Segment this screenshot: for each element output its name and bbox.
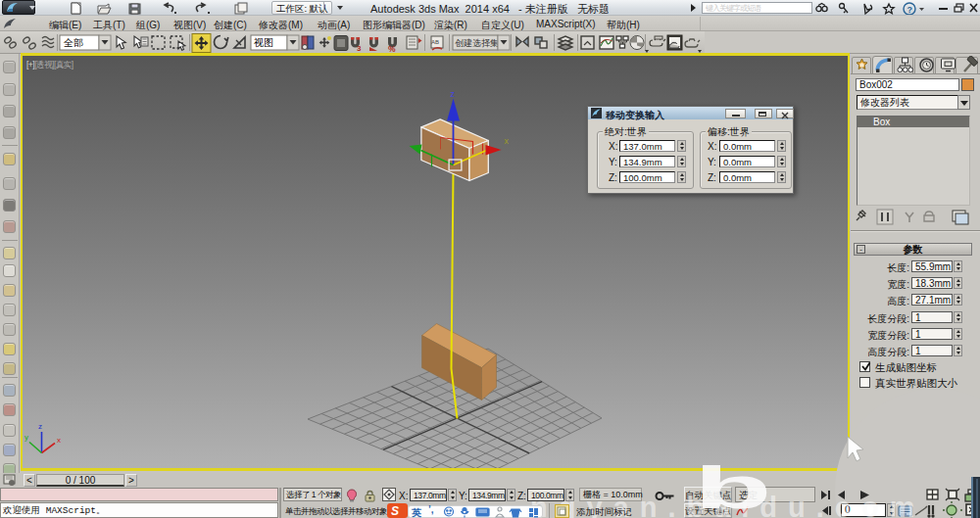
svg-text:y: y	[24, 433, 28, 442]
svg-text:z: z	[38, 422, 42, 431]
svg-text:AB: AB	[431, 39, 439, 45]
svg-text:创建选择集: 创建选择集	[455, 38, 499, 48]
svg-text:?: ?	[907, 5, 913, 15]
svg-text:z: z	[451, 89, 456, 99]
svg-text:x: x	[505, 136, 510, 146]
svg-text:视图: 视图	[254, 37, 273, 48]
svg-text:全部: 全部	[63, 37, 83, 48]
svg-text:3: 3	[357, 44, 362, 53]
svg-text:x: x	[57, 436, 61, 445]
